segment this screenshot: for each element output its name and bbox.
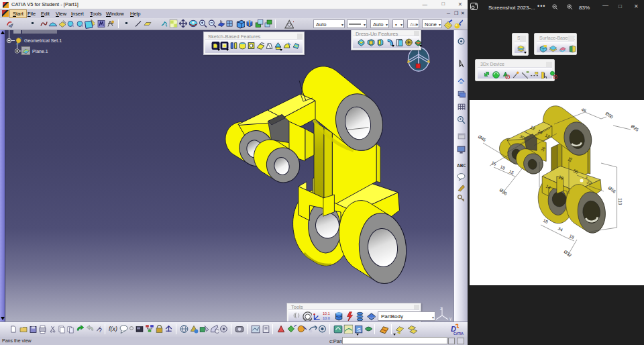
svg-text:Ø45: Ø45 bbox=[478, 134, 487, 142]
svg-text:ABC: ABC bbox=[457, 163, 466, 168]
svg-text:f(x): f(x) bbox=[109, 326, 117, 332]
svg-text:Ø56: Ø56 bbox=[607, 185, 616, 194]
svg-text:110: 110 bbox=[618, 198, 623, 205]
svg-text:Ø32: Ø32 bbox=[563, 249, 572, 258]
svg-text:10.1: 10.1 bbox=[323, 311, 330, 315]
svg-text:z: z bbox=[440, 306, 442, 311]
svg-text:Ø25: Ø25 bbox=[630, 124, 639, 132]
svg-text:S: S bbox=[357, 327, 361, 334]
svg-text:46: 46 bbox=[581, 107, 588, 113]
svg-text:?: ? bbox=[99, 326, 103, 334]
svg-text:CATIA: CATIA bbox=[453, 332, 464, 336]
svg-text:15: 15 bbox=[508, 169, 515, 176]
svg-text:15: 15 bbox=[491, 160, 498, 167]
svg-text:18: 18 bbox=[569, 234, 576, 240]
svg-text:x: x bbox=[433, 316, 435, 321]
svg-text:y: y bbox=[449, 316, 452, 321]
svg-text:Ø50: Ø50 bbox=[604, 111, 614, 119]
svg-text:Ø36: Ø36 bbox=[498, 187, 508, 196]
svg-text:18: 18 bbox=[500, 164, 506, 171]
svg-text:34: 34 bbox=[557, 226, 564, 233]
svg-text:10.0: 10.0 bbox=[323, 316, 330, 320]
